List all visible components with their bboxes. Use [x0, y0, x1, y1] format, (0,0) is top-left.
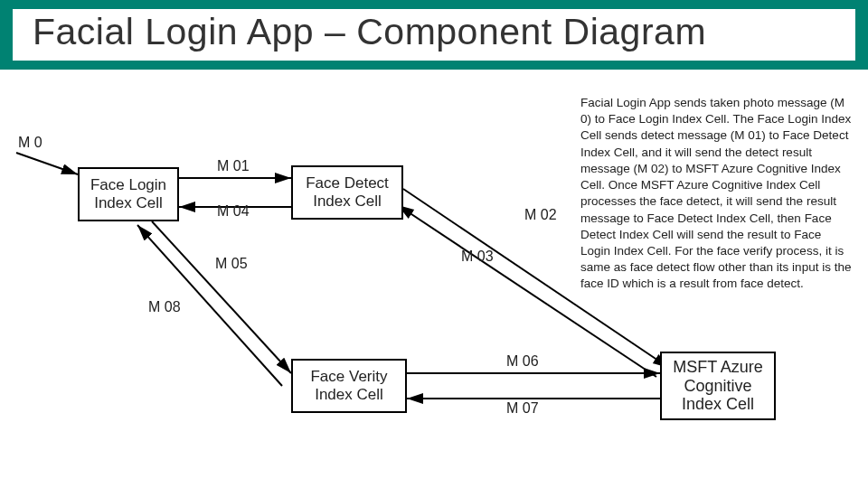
svg-line-5	[152, 221, 291, 373]
slide-header: Facial Login App – Component Diagram	[0, 0, 868, 70]
node-face-login: Face LoginIndex Cell	[78, 167, 179, 221]
label-m02: M 02	[524, 207, 557, 223]
description-text: Facial Login App sends taken photo messa…	[580, 95, 852, 293]
label-m05: M 05	[215, 256, 248, 272]
node-face-detect: Face DetectIndex Cell	[291, 165, 403, 220]
page-title: Facial Login App – Component Diagram	[33, 11, 835, 53]
node-face-verity: Face VerityIndex Cell	[291, 359, 407, 413]
diagram-canvas: Face LoginIndex Cell Face DetectIndex Ce…	[0, 70, 868, 458]
node-face-detect-label: Face DetectIndex Cell	[306, 174, 389, 210]
svg-line-0	[16, 153, 78, 174]
label-m0: M 0	[18, 135, 42, 151]
label-m08: M 08	[148, 299, 181, 315]
node-msft-azure-label: MSFT AzureCognitiveIndex Cell	[673, 358, 763, 414]
label-m07: M 07	[506, 400, 539, 417]
title-container: Facial Login App – Component Diagram	[13, 9, 855, 61]
label-m04: M 04	[217, 203, 250, 220]
node-face-login-label: Face LoginIndex Cell	[90, 176, 166, 211]
node-msft-azure: MSFT AzureCognitiveIndex Cell	[660, 352, 776, 420]
label-m03: M 03	[461, 249, 494, 265]
node-face-verity-label: Face VerityIndex Cell	[310, 368, 387, 403]
label-m06: M 06	[506, 353, 539, 370]
label-m01: M 01	[217, 158, 250, 174]
